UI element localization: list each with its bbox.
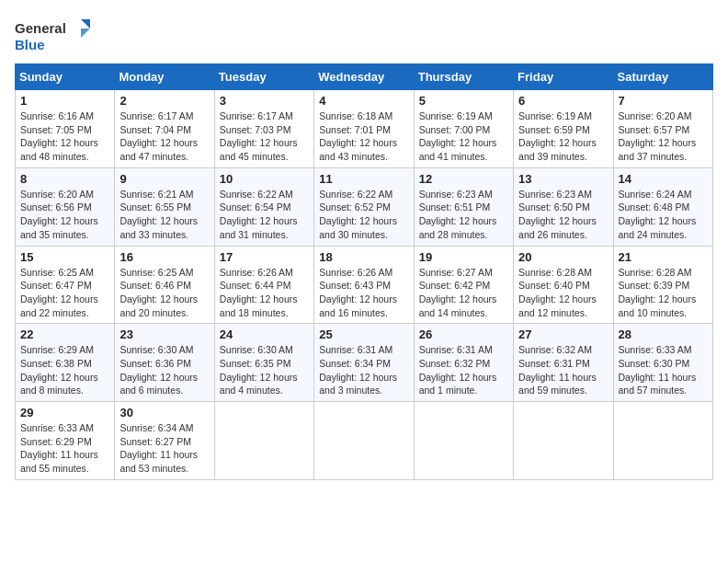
- day-info: Sunrise: 6:31 AMSunset: 6:34 PMDaylight:…: [319, 344, 397, 396]
- weekday-header: Monday: [115, 64, 214, 90]
- day-info: Sunrise: 6:23 AMSunset: 6:50 PMDaylight:…: [518, 189, 597, 240]
- day-number: 9: [119, 172, 209, 186]
- day-number: 21: [619, 250, 708, 264]
- calendar-day-cell: 20 Sunrise: 6:28 AMSunset: 6:40 PMDaylig…: [514, 246, 613, 324]
- calendar-week-row: 8 Sunrise: 6:20 AMSunset: 6:56 PMDayligh…: [16, 167, 713, 246]
- calendar-day-cell: 22 Sunrise: 6:29 AMSunset: 6:38 PMDaylig…: [16, 324, 115, 402]
- calendar-day-cell: 17 Sunrise: 6:26 AMSunset: 6:44 PMDaylig…: [214, 246, 313, 324]
- weekday-header-row: SundayMondayTuesdayWednesdayThursdayFrid…: [16, 64, 713, 90]
- page-header: General Blue: [15, 15, 713, 56]
- calendar-day-cell: 11 Sunrise: 6:22 AMSunset: 6:52 PMDaylig…: [314, 167, 414, 246]
- calendar-week-row: 1 Sunrise: 6:16 AMSunset: 7:05 PMDayligh…: [16, 90, 713, 168]
- calendar-day-cell: 24 Sunrise: 6:30 AMSunset: 6:35 PMDaylig…: [214, 324, 313, 402]
- calendar-day-cell: 13 Sunrise: 6:23 AMSunset: 6:50 PMDaylig…: [514, 167, 613, 246]
- day-info: Sunrise: 6:26 AMSunset: 6:43 PMDaylight:…: [319, 267, 397, 318]
- calendar-day-cell: 29 Sunrise: 6:33 AMSunset: 6:29 PMDaylig…: [16, 402, 115, 480]
- day-info: Sunrise: 6:17 AMSunset: 7:04 PMDaylight:…: [119, 110, 198, 162]
- svg-text:General: General: [15, 20, 66, 36]
- calendar-week-row: 15 Sunrise: 6:25 AMSunset: 6:47 PMDaylig…: [16, 246, 713, 324]
- day-info: Sunrise: 6:26 AMSunset: 6:44 PMDaylight:…: [220, 267, 298, 318]
- day-number: 12: [419, 172, 508, 186]
- calendar-day-cell: 1 Sunrise: 6:16 AMSunset: 7:05 PMDayligh…: [16, 90, 115, 168]
- logo: General Blue: [15, 15, 97, 56]
- calendar-day-cell: 30 Sunrise: 6:34 AMSunset: 6:27 PMDaylig…: [115, 402, 214, 480]
- calendar-day-cell: 28 Sunrise: 6:33 AMSunset: 6:30 PMDaylig…: [613, 324, 712, 402]
- day-number: 13: [518, 172, 608, 186]
- day-info: Sunrise: 6:20 AMSunset: 6:56 PMDaylight:…: [20, 189, 98, 240]
- day-number: 14: [619, 172, 708, 186]
- day-number: 1: [20, 94, 109, 108]
- day-number: 17: [220, 250, 309, 264]
- calendar-day-cell: [514, 402, 613, 480]
- calendar-day-cell: 26 Sunrise: 6:31 AMSunset: 6:32 PMDaylig…: [414, 324, 513, 402]
- day-number: 22: [20, 327, 109, 341]
- logo-graphic: General Blue: [15, 15, 97, 56]
- day-info: Sunrise: 6:30 AMSunset: 6:35 PMDaylight:…: [220, 344, 298, 396]
- day-info: Sunrise: 6:17 AMSunset: 7:03 PMDaylight:…: [220, 110, 298, 162]
- svg-marker-2: [81, 19, 90, 29]
- day-info: Sunrise: 6:22 AMSunset: 6:54 PMDaylight:…: [220, 189, 298, 240]
- day-info: Sunrise: 6:33 AMSunset: 6:30 PMDaylight:…: [619, 344, 697, 396]
- svg-text:Blue: Blue: [15, 37, 45, 52]
- calendar-day-cell: 23 Sunrise: 6:30 AMSunset: 6:36 PMDaylig…: [115, 324, 214, 402]
- calendar-day-cell: 8 Sunrise: 6:20 AMSunset: 6:56 PMDayligh…: [16, 167, 115, 246]
- calendar-day-cell: 25 Sunrise: 6:31 AMSunset: 6:34 PMDaylig…: [314, 324, 414, 402]
- calendar-day-cell: 10 Sunrise: 6:22 AMSunset: 6:54 PMDaylig…: [214, 167, 313, 246]
- weekday-header: Wednesday: [314, 64, 414, 90]
- calendar-day-cell: 4 Sunrise: 6:18 AMSunset: 7:01 PMDayligh…: [314, 90, 414, 168]
- day-info: Sunrise: 6:27 AMSunset: 6:42 PMDaylight:…: [419, 267, 497, 318]
- day-number: 27: [518, 327, 608, 341]
- day-number: 6: [518, 94, 608, 108]
- day-info: Sunrise: 6:32 AMSunset: 6:31 PMDaylight:…: [518, 344, 597, 396]
- calendar-day-cell: 12 Sunrise: 6:23 AMSunset: 6:51 PMDaylig…: [414, 167, 513, 246]
- day-number: 15: [20, 250, 109, 264]
- day-info: Sunrise: 6:20 AMSunset: 6:57 PMDaylight:…: [619, 110, 697, 162]
- calendar-day-cell: 15 Sunrise: 6:25 AMSunset: 6:47 PMDaylig…: [16, 246, 115, 324]
- day-info: Sunrise: 6:28 AMSunset: 6:39 PMDaylight:…: [619, 267, 697, 318]
- weekday-header: Friday: [514, 64, 613, 90]
- calendar-day-cell: [214, 402, 313, 480]
- day-number: 5: [419, 94, 508, 108]
- calendar-day-cell: 19 Sunrise: 6:27 AMSunset: 6:42 PMDaylig…: [414, 246, 513, 324]
- calendar-day-cell: 6 Sunrise: 6:19 AMSunset: 6:59 PMDayligh…: [514, 90, 613, 168]
- calendar-day-cell: 2 Sunrise: 6:17 AMSunset: 7:04 PMDayligh…: [115, 90, 214, 168]
- day-info: Sunrise: 6:34 AMSunset: 6:27 PMDaylight:…: [119, 422, 198, 474]
- weekday-header: Thursday: [414, 64, 513, 90]
- day-info: Sunrise: 6:19 AMSunset: 6:59 PMDaylight:…: [518, 110, 597, 162]
- day-number: 10: [220, 172, 309, 186]
- day-number: 30: [119, 406, 209, 419]
- day-info: Sunrise: 6:16 AMSunset: 7:05 PMDaylight:…: [20, 110, 98, 162]
- calendar-day-cell: 27 Sunrise: 6:32 AMSunset: 6:31 PMDaylig…: [514, 324, 613, 402]
- day-info: Sunrise: 6:25 AMSunset: 6:46 PMDaylight:…: [119, 267, 198, 318]
- calendar-table: SundayMondayTuesdayWednesdayThursdayFrid…: [15, 63, 713, 480]
- svg-marker-3: [81, 29, 90, 38]
- day-info: Sunrise: 6:30 AMSunset: 6:36 PMDaylight:…: [119, 344, 198, 396]
- calendar-day-cell: 3 Sunrise: 6:17 AMSunset: 7:03 PMDayligh…: [214, 90, 313, 168]
- day-number: 7: [619, 94, 708, 108]
- day-number: 24: [220, 327, 309, 341]
- calendar-day-cell: [613, 402, 712, 480]
- day-number: 11: [319, 172, 408, 186]
- day-info: Sunrise: 6:25 AMSunset: 6:47 PMDaylight:…: [20, 267, 98, 318]
- calendar-day-cell: 7 Sunrise: 6:20 AMSunset: 6:57 PMDayligh…: [613, 90, 712, 168]
- calendar-week-row: 29 Sunrise: 6:33 AMSunset: 6:29 PMDaylig…: [16, 402, 713, 480]
- day-number: 18: [319, 250, 408, 264]
- calendar-day-cell: 14 Sunrise: 6:24 AMSunset: 6:48 PMDaylig…: [613, 167, 712, 246]
- day-info: Sunrise: 6:21 AMSunset: 6:55 PMDaylight:…: [119, 189, 198, 240]
- calendar-day-cell: 16 Sunrise: 6:25 AMSunset: 6:46 PMDaylig…: [115, 246, 214, 324]
- day-number: 23: [119, 327, 209, 341]
- day-number: 26: [419, 327, 508, 341]
- day-number: 25: [319, 327, 408, 341]
- calendar-day-cell: [314, 402, 414, 480]
- calendar-day-cell: [414, 402, 513, 480]
- weekday-header: Sunday: [16, 64, 115, 90]
- calendar-week-row: 22 Sunrise: 6:29 AMSunset: 6:38 PMDaylig…: [16, 324, 713, 402]
- day-info: Sunrise: 6:23 AMSunset: 6:51 PMDaylight:…: [419, 189, 497, 240]
- day-info: Sunrise: 6:31 AMSunset: 6:32 PMDaylight:…: [419, 344, 497, 396]
- day-number: 2: [119, 94, 209, 108]
- calendar-day-cell: 21 Sunrise: 6:28 AMSunset: 6:39 PMDaylig…: [613, 246, 712, 324]
- day-number: 19: [419, 250, 508, 264]
- calendar-day-cell: 18 Sunrise: 6:26 AMSunset: 6:43 PMDaylig…: [314, 246, 414, 324]
- day-info: Sunrise: 6:24 AMSunset: 6:48 PMDaylight:…: [619, 189, 697, 240]
- day-number: 3: [220, 94, 309, 108]
